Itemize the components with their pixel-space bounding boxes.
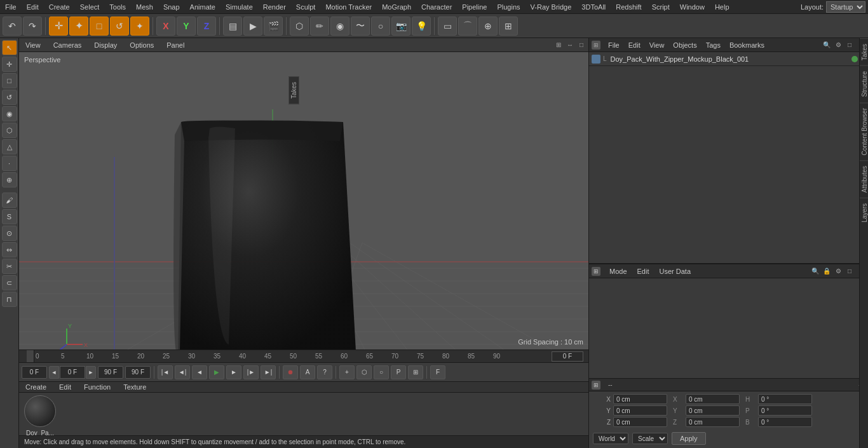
menu-create[interactable]: Create	[44, 2, 75, 12]
max-frame-input[interactable]	[125, 366, 151, 379]
floor-button[interactable]: ▭	[438, 17, 457, 36]
menu-3dtoall[interactable]: 3DToAll	[576, 2, 611, 12]
redo-button[interactable]: ↷	[23, 17, 42, 36]
viewport-icon-maximize[interactable]: □	[577, 41, 586, 50]
goto-start-button[interactable]: |◄	[158, 365, 173, 379]
key-scheme-button[interactable]: ⊞	[408, 365, 423, 379]
layout-select[interactable]: Startup	[826, 1, 865, 13]
camera-button[interactable]: 📷	[391, 17, 410, 36]
key-record-button[interactable]: ○	[374, 365, 389, 379]
viewport-menu-panel[interactable]: Panel	[163, 40, 188, 50]
menu-mesh[interactable]: Mesh	[131, 2, 158, 12]
obj-expand-icon[interactable]: □	[845, 41, 854, 50]
viewport-menu-view[interactable]: View	[22, 40, 44, 50]
attr-menu-mode[interactable]: Mode	[606, 266, 631, 276]
menu-help[interactable]: Help	[710, 2, 735, 12]
goto-end-button[interactable]: ►|	[261, 365, 276, 379]
select-tool-button[interactable]: ✛	[49, 17, 68, 36]
obj-menu-bookmarks[interactable]: Bookmarks	[726, 40, 768, 50]
key-all-button[interactable]: +	[339, 365, 355, 379]
spline-button[interactable]: 〜	[351, 17, 370, 36]
lt-bridge-button[interactable]: ⊂	[2, 275, 17, 290]
render-button[interactable]: ▶	[243, 17, 262, 36]
tab-content-browser[interactable]: Content Browser	[860, 102, 868, 160]
menu-window[interactable]: Window	[675, 2, 710, 12]
menu-tools[interactable]: Tools	[104, 2, 131, 12]
lt-mirror-button[interactable]: ⇔	[2, 242, 17, 257]
null-button[interactable]: ○	[371, 17, 390, 36]
attr-search-icon[interactable]: 🔍	[811, 267, 820, 276]
obj-menu-view[interactable]: View	[646, 40, 668, 50]
mat-menu-texture[interactable]: Texture	[119, 382, 150, 392]
3d-viewport[interactable]: Y X Z	[19, 52, 588, 350]
coord-z-pos-input[interactable]	[613, 417, 667, 427]
obj-menu-file[interactable]: File	[604, 40, 623, 50]
lt-uvw-button[interactable]: ⊕	[2, 172, 17, 187]
prev-frame-button[interactable]: ◄	[192, 365, 207, 379]
obj-menu-tags[interactable]: Tags	[702, 40, 724, 50]
viewport-icon-1[interactable]: ⊞	[554, 41, 563, 50]
frame-prev-btn[interactable]: ◄	[49, 366, 59, 379]
record-button[interactable]: ⏺	[283, 365, 298, 379]
tab-takes[interactable]: Takes	[860, 38, 868, 65]
menu-snap[interactable]: Snap	[158, 2, 185, 12]
fps-button[interactable]: F	[430, 365, 445, 379]
menu-mograph[interactable]: MoGraph	[377, 2, 416, 12]
menu-simulate[interactable]: Simulate	[220, 2, 258, 12]
lt-extrude-button[interactable]: ⊓	[2, 292, 17, 307]
sculpt-button[interactable]: ◉	[330, 17, 349, 36]
light-button[interactable]: 💡	[412, 17, 431, 36]
attr-menu-user-data[interactable]: User Data	[656, 266, 695, 276]
coord-z-size-input[interactable]	[686, 417, 740, 427]
lt-rotate-button[interactable]: ↺	[2, 90, 17, 105]
key-active-button[interactable]: P	[391, 365, 406, 379]
auto-key-button[interactable]: A	[300, 365, 315, 379]
lt-point-button[interactable]: ·	[2, 156, 17, 171]
lt-sculpt-button[interactable]: S	[2, 209, 17, 224]
apply-button[interactable]: Apply	[672, 432, 706, 445]
obj-menu-edit[interactable]: Edit	[625, 40, 644, 50]
mat-menu-function[interactable]: Function	[80, 382, 114, 392]
mat-menu-edit[interactable]: Edit	[55, 382, 75, 392]
lt-paint-button[interactable]: 🖌	[2, 193, 17, 208]
y-axis-button[interactable]: Y	[177, 17, 196, 36]
viewport-menu-options[interactable]: Options	[126, 40, 158, 50]
start-frame-input[interactable]	[60, 366, 85, 379]
scale-tool-button[interactable]: □	[90, 17, 109, 36]
object-item-row[interactable]: L Doy_Pack_With_Zipper_Mockup_Black_001	[589, 52, 868, 66]
coord-b-input[interactable]	[758, 417, 812, 427]
lt-poly-button[interactable]: ⬡	[2, 123, 17, 138]
motion-path-button[interactable]: ?	[317, 365, 332, 379]
lt-scale-button[interactable]: □	[2, 73, 17, 88]
menu-file[interactable]: File	[0, 2, 22, 12]
tab-attributes[interactable]: Attributes	[860, 160, 868, 198]
move-tool-button[interactable]: ✦	[69, 17, 88, 36]
prev-key-button[interactable]: ◄|	[175, 365, 190, 379]
menu-motion-tracker[interactable]: Motion Tracker	[320, 2, 377, 12]
menu-select[interactable]: Select	[75, 2, 105, 12]
timeline[interactable]: 0 5 10 15 20 25 30 35 40 45 50 55 60 65	[19, 350, 588, 362]
attr-lock-icon[interactable]: 🔒	[822, 267, 831, 276]
rotate-tool-button[interactable]: ↺	[110, 17, 129, 36]
menu-plugins[interactable]: Plugins	[492, 2, 525, 12]
tab-layers[interactable]: Layers	[860, 198, 868, 227]
key-sel-button[interactable]: ⬡	[356, 365, 372, 379]
menu-pipeline[interactable]: Pipeline	[457, 2, 492, 12]
attr-settings-icon[interactable]: ⚙	[834, 267, 843, 276]
render-settings-button[interactable]: 🎬	[264, 17, 283, 36]
x-axis-button[interactable]: X	[156, 17, 175, 36]
viewport-menu-cameras[interactable]: Cameras	[50, 40, 86, 50]
object-visible-dot[interactable]	[851, 56, 858, 62]
pen-button[interactable]: ✏	[310, 17, 329, 36]
obj-menu-objects[interactable]: Objects	[669, 40, 700, 50]
end-frame-input[interactable]	[98, 366, 123, 379]
coord-y-size-input[interactable]	[686, 405, 740, 416]
tab-structure[interactable]: Structure	[860, 65, 868, 102]
lt-knife-button[interactable]: ✂	[2, 259, 17, 274]
next-key-button[interactable]: |►	[243, 365, 259, 379]
obj-settings-icon[interactable]: ⚙	[834, 41, 843, 50]
transform-tool-button[interactable]: ✦	[130, 17, 149, 36]
mat-menu-create[interactable]: Create	[22, 382, 50, 392]
coord-x-size-input[interactable]	[686, 394, 740, 404]
bend-button[interactable]: ⌒	[458, 17, 477, 36]
